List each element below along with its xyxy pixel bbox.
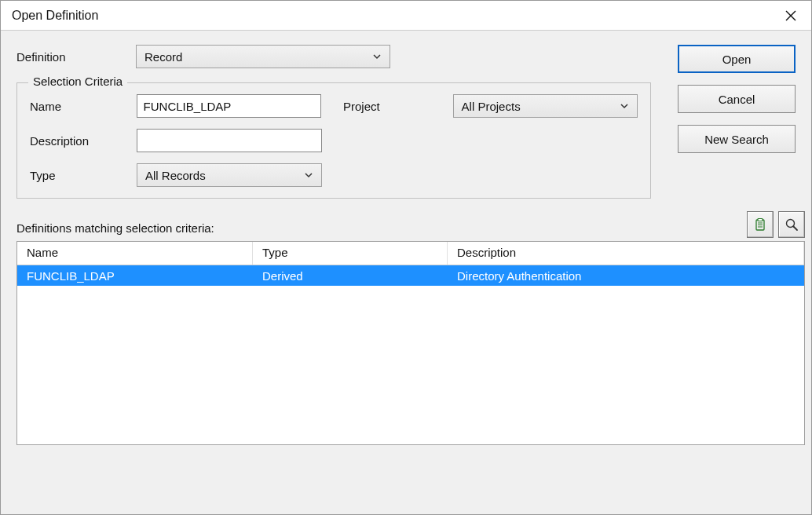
cell-type: Derived [253,267,448,285]
table-row[interactable]: FUNCLIB_LDAP Derived Directory Authentic… [17,265,804,286]
name-input[interactable] [137,94,321,118]
svg-line-8 [794,227,798,231]
results-caption: Definitions matching selection criteria: [16,221,214,238]
svg-rect-3 [758,219,763,221]
chevron-down-icon [620,100,629,113]
type-select-value: All Records [145,169,206,182]
open-button[interactable]: Open [678,45,796,73]
description-label: Description [30,134,137,148]
definition-label: Definition [16,50,136,64]
cancel-button-label: Cancel [719,93,755,106]
description-input[interactable] [137,129,322,152]
definition-select-value: Record [144,50,182,64]
chevron-down-icon [304,169,313,182]
column-header-type[interactable]: Type [253,242,448,265]
definition-select[interactable]: Record [136,45,390,68]
project-select[interactable]: All Projects [453,94,638,118]
new-search-button[interactable]: New Search [678,125,796,153]
project-select-value: All Projects [462,100,521,113]
selection-criteria-legend: Selection Criteria [28,75,127,88]
magnifier-button[interactable] [778,211,805,238]
project-label: Project [343,100,453,113]
new-search-button-label: New Search [704,133,769,146]
type-select[interactable]: All Records [137,163,322,187]
cell-name: FUNCLIB_LDAP [17,267,253,285]
results-header-row: Name Type Description [17,242,804,265]
selection-criteria-group: Selection Criteria Name Project All Proj… [16,82,651,199]
cell-description: Directory Authentication [448,267,804,285]
name-label: Name [30,100,137,113]
clipboard-button[interactable] [747,211,774,238]
column-header-description[interactable]: Description [448,242,804,265]
column-header-name[interactable]: Name [17,242,253,265]
results-body: FUNCLIB_LDAP Derived Directory Authentic… [17,265,804,286]
open-button-label: Open [722,53,752,66]
type-label: Type [30,169,137,182]
magnifier-icon [785,217,799,232]
close-icon [785,10,796,21]
dialog-title: Open Definition [12,9,778,23]
titlebar: Open Definition [1,1,811,31]
clipboard-icon [753,217,767,232]
close-button[interactable] [778,5,803,27]
chevron-down-icon [372,50,382,64]
right-button-panel: Open Cancel New Search [678,45,796,153]
results-list[interactable]: Name Type Description FUNCLIB_LDAP Deriv… [16,241,805,445]
cancel-button[interactable]: Cancel [678,85,796,113]
open-definition-dialog: Open Definition Open Cancel New Search D… [0,0,812,515]
